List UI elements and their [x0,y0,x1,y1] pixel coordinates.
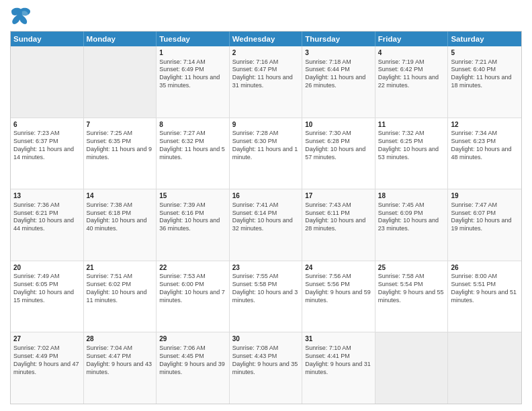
day-info: Sunrise: 7:19 AM Sunset: 6:42 PM Dayligh… [378,58,445,91]
calendar-body: 1Sunrise: 7:14 AM Sunset: 6:49 PM Daylig… [11,46,521,404]
day-number: 16 [232,191,300,201]
calendar-day-7: 7Sunrise: 7:25 AM Sunset: 6:35 PM Daylig… [84,118,157,189]
day-info: Sunrise: 7:18 AM Sunset: 6:44 PM Dayligh… [305,58,372,91]
calendar-day-9: 9Sunrise: 7:28 AM Sunset: 6:30 PM Daylig… [230,118,303,189]
day-info: Sunrise: 7:06 AM Sunset: 4:45 PM Dayligh… [159,345,226,377]
calendar-day-12: 12Sunrise: 7:34 AM Sunset: 6:23 PM Dayli… [448,118,521,189]
calendar-day-27: 27Sunrise: 7:02 AM Sunset: 4:49 PM Dayli… [11,332,84,404]
calendar-day-18: 18Sunrise: 7:45 AM Sunset: 6:09 PM Dayli… [375,189,449,261]
calendar-day-4: 4Sunrise: 7:19 AM Sunset: 6:42 PM Daylig… [375,46,449,118]
day-number: 22 [159,263,226,273]
day-number: 18 [378,191,445,201]
calendar-day-2: 2Sunrise: 7:16 AM Sunset: 6:47 PM Daylig… [230,46,303,118]
day-number: 12 [451,120,519,130]
calendar-day-6: 6Sunrise: 7:23 AM Sunset: 6:37 PM Daylig… [11,118,84,189]
day-info: Sunrise: 7:38 AM Sunset: 6:18 PM Dayligh… [87,201,154,234]
day-number: 24 [305,263,372,273]
calendar-day-14: 14Sunrise: 7:38 AM Sunset: 6:18 PM Dayli… [84,189,157,261]
day-number: 3 [305,48,372,58]
day-number: 29 [159,334,226,344]
calendar-day-10: 10Sunrise: 7:30 AM Sunset: 6:28 PM Dayli… [302,118,375,189]
calendar-day-1: 1Sunrise: 7:14 AM Sunset: 6:49 PM Daylig… [157,46,230,118]
calendar-day-empty [11,46,84,118]
calendar-day-empty [375,332,449,404]
day-info: Sunrise: 7:55 AM Sunset: 5:58 PM Dayligh… [232,273,300,305]
day-info: Sunrise: 7:34 AM Sunset: 6:23 PM Dayligh… [451,130,519,162]
calendar-week-5: 27Sunrise: 7:02 AM Sunset: 4:49 PM Dayli… [11,332,521,404]
header-day-saturday: Saturday [448,32,521,46]
day-info: Sunrise: 7:53 AM Sunset: 6:00 PM Dayligh… [159,273,226,305]
calendar-day-19: 19Sunrise: 7:47 AM Sunset: 6:07 PM Dayli… [448,189,521,261]
calendar-day-31: 31Sunrise: 7:10 AM Sunset: 4:41 PM Dayli… [302,332,375,404]
day-number: 7 [87,120,154,130]
calendar-day-20: 20Sunrise: 7:49 AM Sunset: 6:05 PM Dayli… [11,261,84,332]
day-number: 31 [305,334,372,344]
day-info: Sunrise: 7:51 AM Sunset: 6:02 PM Dayligh… [87,273,154,305]
day-number: 11 [378,120,445,130]
day-number: 26 [451,263,519,273]
day-number: 15 [159,191,226,201]
day-info: Sunrise: 7:36 AM Sunset: 6:21 PM Dayligh… [13,201,81,234]
day-info: Sunrise: 7:56 AM Sunset: 5:56 PM Dayligh… [305,273,372,305]
day-info: Sunrise: 7:43 AM Sunset: 6:11 PM Dayligh… [305,201,372,234]
calendar-day-25: 25Sunrise: 7:58 AM Sunset: 5:54 PM Dayli… [375,261,449,332]
day-info: Sunrise: 7:27 AM Sunset: 6:32 PM Dayligh… [159,130,226,162]
calendar-day-13: 13Sunrise: 7:36 AM Sunset: 6:21 PM Dayli… [11,189,84,261]
header-day-monday: Monday [84,32,157,46]
day-number: 25 [378,263,445,273]
day-info: Sunrise: 7:14 AM Sunset: 6:49 PM Dayligh… [159,58,226,91]
header-day-sunday: Sunday [11,32,84,46]
calendar-day-17: 17Sunrise: 7:43 AM Sunset: 6:11 PM Dayli… [302,189,375,261]
calendar-day-22: 22Sunrise: 7:53 AM Sunset: 6:00 PM Dayli… [157,261,230,332]
header-day-thursday: Thursday [302,32,375,46]
day-number: 6 [13,120,81,130]
day-number: 9 [232,120,300,130]
day-info: Sunrise: 7:32 AM Sunset: 6:25 PM Dayligh… [378,130,445,162]
calendar-day-21: 21Sunrise: 7:51 AM Sunset: 6:02 PM Dayli… [84,261,157,332]
day-info: Sunrise: 7:10 AM Sunset: 4:41 PM Dayligh… [305,345,372,377]
day-info: Sunrise: 7:41 AM Sunset: 6:14 PM Dayligh… [232,201,300,234]
header-day-tuesday: Tuesday [157,32,230,46]
day-number: 17 [305,191,372,201]
day-number: 5 [451,48,519,58]
header-day-friday: Friday [375,32,449,46]
day-number: 14 [87,191,154,201]
calendar-week-2: 6Sunrise: 7:23 AM Sunset: 6:37 PM Daylig… [11,118,521,190]
day-info: Sunrise: 7:08 AM Sunset: 4:43 PM Dayligh… [232,345,300,377]
calendar-day-empty [84,46,157,118]
day-number: 21 [87,263,154,273]
calendar-day-11: 11Sunrise: 7:32 AM Sunset: 6:25 PM Dayli… [375,118,449,189]
calendar-day-30: 30Sunrise: 7:08 AM Sunset: 4:43 PM Dayli… [230,332,303,404]
calendar-week-4: 20Sunrise: 7:49 AM Sunset: 6:05 PM Dayli… [11,261,521,333]
calendar-day-empty [448,332,521,404]
day-number: 10 [305,120,372,130]
day-number: 27 [13,334,81,344]
day-number: 2 [232,48,300,58]
day-info: Sunrise: 7:47 AM Sunset: 6:07 PM Dayligh… [451,201,519,234]
calendar: SundayMondayTuesdayWednesdayThursdayFrid… [10,31,522,404]
calendar-day-29: 29Sunrise: 7:06 AM Sunset: 4:45 PM Dayli… [157,332,230,404]
day-number: 1 [159,48,226,58]
day-number: 13 [13,191,81,201]
calendar-day-28: 28Sunrise: 7:04 AM Sunset: 4:47 PM Dayli… [84,332,157,404]
day-info: Sunrise: 7:58 AM Sunset: 5:54 PM Dayligh… [378,273,445,305]
header [10,7,522,26]
day-number: 30 [232,334,300,344]
day-info: Sunrise: 7:49 AM Sunset: 6:05 PM Dayligh… [13,273,81,305]
day-number: 19 [451,191,519,201]
day-number: 28 [87,334,154,344]
calendar-day-15: 15Sunrise: 7:39 AM Sunset: 6:16 PM Dayli… [157,189,230,261]
day-info: Sunrise: 7:39 AM Sunset: 6:16 PM Dayligh… [159,201,226,234]
day-number: 20 [13,263,81,273]
calendar-day-3: 3Sunrise: 7:18 AM Sunset: 6:44 PM Daylig… [302,46,375,118]
logo-icon [10,7,32,26]
day-info: Sunrise: 7:45 AM Sunset: 6:09 PM Dayligh… [378,201,445,234]
day-info: Sunrise: 7:21 AM Sunset: 6:40 PM Dayligh… [451,58,519,91]
day-number: 8 [159,120,226,130]
calendar-week-1: 1Sunrise: 7:14 AM Sunset: 6:49 PM Daylig… [11,46,521,118]
day-info: Sunrise: 7:02 AM Sunset: 4:49 PM Dayligh… [13,345,81,377]
calendar-day-5: 5Sunrise: 7:21 AM Sunset: 6:40 PM Daylig… [448,46,521,118]
logo [10,7,34,26]
calendar-week-3: 13Sunrise: 7:36 AM Sunset: 6:21 PM Dayli… [11,189,521,261]
calendar-day-23: 23Sunrise: 7:55 AM Sunset: 5:58 PM Dayli… [230,261,303,332]
